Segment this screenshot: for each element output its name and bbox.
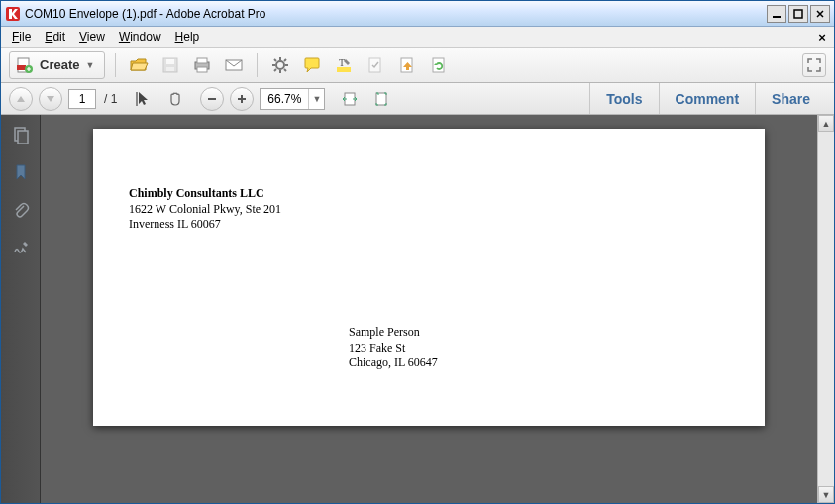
maximize-button[interactable]	[788, 5, 808, 23]
open-button[interactable]	[126, 52, 152, 78]
create-button[interactable]: Create ▼	[9, 51, 105, 79]
expand-icon	[807, 58, 821, 72]
attachments-button[interactable]	[9, 198, 33, 222]
paperclip-icon	[12, 201, 30, 219]
page-thumbnails-button[interactable]	[9, 123, 33, 147]
hand-tool-button[interactable]	[162, 86, 188, 112]
hand-icon	[166, 90, 184, 108]
comment-pane-button[interactable]: Comment	[659, 83, 756, 114]
page-down-button[interactable]	[39, 87, 62, 111]
svg-rect-10	[197, 58, 207, 63]
document-area: Chimbly Consultants LLC 1622 W Colonial …	[41, 115, 834, 503]
fit-width-icon	[341, 90, 359, 108]
menu-view[interactable]: View	[72, 28, 112, 46]
svg-rect-28	[208, 98, 216, 100]
highlight-text-icon: T	[335, 56, 353, 74]
pages-icon	[12, 126, 30, 144]
return-address: Chimbly Consultants LLC 1622 W Colonial …	[129, 186, 281, 233]
create-label: Create	[40, 57, 79, 72]
printer-icon	[192, 55, 212, 75]
navigation-panel	[1, 115, 41, 503]
svg-rect-2	[794, 10, 802, 18]
share-toolbar-button[interactable]	[426, 52, 452, 78]
save-icon	[161, 56, 179, 74]
tools-label: Tools	[606, 91, 642, 107]
svg-rect-24	[369, 58, 380, 72]
page-number-input[interactable]	[68, 89, 96, 109]
fit-page-button[interactable]	[368, 86, 394, 112]
document-close-button[interactable]: ×	[814, 29, 830, 45]
recipient-name: Sample Person	[349, 325, 438, 341]
stamp-button[interactable]	[363, 52, 388, 78]
share-pane-button[interactable]: Share	[755, 83, 826, 114]
folder-open-icon	[129, 55, 149, 75]
fit-width-button[interactable]	[337, 86, 363, 112]
close-button[interactable]	[810, 5, 830, 23]
svg-line-19	[284, 69, 286, 71]
page-refresh-icon	[430, 56, 448, 74]
save-button[interactable]	[157, 52, 183, 78]
window-title: COM10 Envelope (1).pdf - Adobe Acrobat P…	[25, 7, 767, 21]
app-icon	[5, 6, 21, 22]
svg-rect-1	[773, 16, 781, 18]
recipient-address: Sample Person 123 Fake St Chicago, IL 60…	[349, 325, 438, 371]
svg-line-20	[284, 59, 286, 61]
email-button[interactable]	[221, 52, 247, 78]
recipient-line1: 123 Fake St	[349, 341, 438, 356]
settings-button[interactable]	[267, 52, 293, 78]
envelope-icon	[224, 55, 244, 75]
zoom-out-button[interactable]	[200, 87, 224, 111]
dropdown-caret-icon: ▼	[85, 60, 94, 70]
scroll-down-button[interactable]: ▼	[818, 486, 834, 503]
scroll-up-button[interactable]: ▲	[818, 115, 834, 132]
svg-rect-34	[18, 131, 28, 144]
minus-icon	[206, 93, 218, 105]
svg-rect-30	[241, 95, 243, 103]
cursor-icon	[135, 90, 153, 108]
menu-file[interactable]: File	[5, 28, 38, 46]
fit-page-icon	[372, 90, 390, 108]
signature-icon	[12, 239, 30, 256]
page-up-button[interactable]	[9, 87, 33, 111]
sign-button[interactable]	[394, 52, 420, 78]
signatures-button[interactable]	[9, 236, 33, 259]
zoom-dropdown-button[interactable]: ▼	[308, 89, 324, 109]
return-line1: 1622 W Colonial Pkwy, Ste 201	[129, 202, 281, 218]
vertical-scrollbar[interactable]: ▲ ▼	[817, 115, 834, 503]
comment-bubble-icon	[303, 56, 321, 74]
svg-rect-11	[197, 67, 207, 72]
minimize-button[interactable]	[767, 5, 786, 23]
comment-label: Comment	[676, 91, 740, 107]
page-total-label: / 1	[102, 92, 119, 106]
recipient-line2: Chicago, IL 60647	[349, 355, 438, 371]
zoom-combobox[interactable]: ▼	[260, 88, 325, 110]
menu-edit[interactable]: Edit	[38, 28, 72, 46]
svg-rect-8	[166, 67, 174, 71]
plus-icon	[236, 93, 248, 105]
page-arrow-icon	[398, 56, 416, 74]
highlight-button[interactable]: T	[331, 52, 357, 78]
bookmarks-button[interactable]	[9, 160, 33, 184]
main-toolbar: Create ▼ T	[1, 48, 834, 83]
select-tool-button[interactable]	[131, 86, 157, 112]
arrow-up-icon	[16, 94, 26, 104]
svg-rect-27	[136, 92, 138, 106]
return-name: Chimbly Consultants LLC	[129, 186, 281, 202]
svg-rect-4	[17, 65, 26, 70]
create-pdf-icon	[16, 56, 34, 74]
page-check-icon	[366, 56, 384, 74]
menu-window[interactable]: Window	[112, 28, 168, 46]
zoom-in-button[interactable]	[230, 87, 254, 111]
tools-pane-button[interactable]: Tools	[589, 83, 658, 114]
menu-bar: File Edit View Window Help ×	[1, 27, 834, 48]
document-scroll[interactable]: Chimbly Consultants LLC 1622 W Colonial …	[41, 115, 817, 503]
share-label: Share	[772, 91, 810, 107]
print-button[interactable]	[189, 52, 215, 78]
reading-mode-button[interactable]	[802, 53, 826, 77]
sticky-note-button[interactable]	[299, 52, 325, 78]
zoom-input[interactable]	[261, 92, 308, 106]
gear-icon	[271, 56, 289, 74]
svg-text:T: T	[339, 57, 345, 68]
menu-help[interactable]: Help	[168, 28, 207, 46]
navigation-toolbar: / 1 ▼ Tools Comment Share	[1, 83, 834, 115]
